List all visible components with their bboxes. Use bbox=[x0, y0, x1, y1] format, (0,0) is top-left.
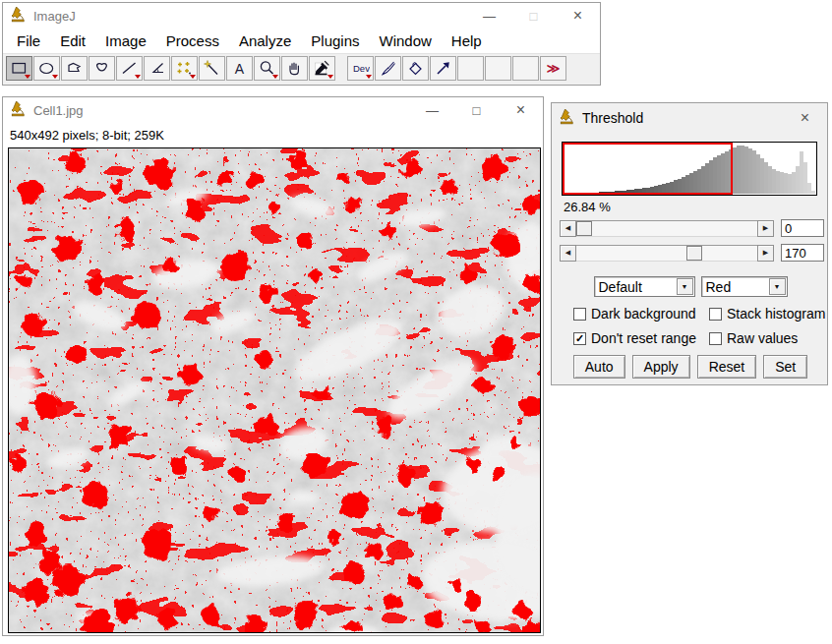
tool-options-triangle-icon bbox=[25, 75, 30, 79]
menu-help[interactable]: Help bbox=[442, 30, 492, 51]
auto-button[interactable]: Auto bbox=[573, 355, 625, 379]
checkbox-unchecked-icon[interactable] bbox=[709, 332, 722, 345]
imagej-titlebar[interactable]: ImageJ — □ × bbox=[3, 3, 600, 29]
reset-button[interactable]: Reset bbox=[697, 355, 757, 379]
dont-reset-range-checkbox[interactable]: ✓Don't reset range bbox=[573, 330, 709, 346]
slider-left-arrow-icon[interactable]: ◀ bbox=[560, 245, 576, 262]
menu-edit[interactable]: Edit bbox=[50, 30, 95, 51]
arrow-tool[interactable] bbox=[430, 56, 456, 81]
zoom-tool[interactable] bbox=[254, 56, 280, 81]
apply-button[interactable]: Apply bbox=[632, 355, 690, 379]
upper-slider-track[interactable] bbox=[576, 245, 757, 262]
close-button[interactable]: × bbox=[556, 3, 600, 29]
lower-slider-thumb[interactable] bbox=[576, 221, 592, 236]
dark-background-checkbox-label: Dark background bbox=[591, 306, 696, 322]
raw-values-checkbox-label: Raw values bbox=[727, 330, 798, 346]
slider-right-arrow-icon[interactable]: ▶ bbox=[757, 220, 774, 237]
svg-text:A: A bbox=[235, 61, 245, 77]
flood-fill-tool[interactable] bbox=[402, 56, 429, 81]
maximize-button[interactable]: □ bbox=[454, 97, 499, 123]
checkbox-unchecked-icon[interactable] bbox=[573, 308, 586, 321]
menu-bar: FileEditImageProcessAnalyzePluginsWindow… bbox=[3, 29, 600, 53]
point-tool[interactable] bbox=[171, 56, 198, 81]
slider-right-arrow-icon[interactable]: ▶ bbox=[757, 245, 774, 262]
image-window-titlebar[interactable]: Cell1.jpg — □ × bbox=[3, 97, 543, 123]
stack-histogram-checkbox-label: Stack histogram bbox=[727, 306, 825, 322]
threshold-method-dropdown[interactable]: Default ▼ bbox=[594, 276, 695, 297]
polygon-tool-icon bbox=[65, 59, 84, 78]
threshold-buttons: AutoApplyResetSet bbox=[552, 355, 829, 379]
svg-text:≫: ≫ bbox=[547, 61, 561, 76]
image-window: Cell1.jpg — □ × 540x492 pixels; 8-bit; 2… bbox=[2, 96, 544, 636]
threshold-percent-label: 26.84 % bbox=[564, 200, 611, 214]
empty-slot-2[interactable] bbox=[485, 56, 511, 81]
imagej-app-icon bbox=[11, 100, 26, 121]
image-status-line: 540x492 pixels; 8-bit; 259K bbox=[3, 123, 543, 146]
raw-values-checkbox[interactable]: Raw values bbox=[709, 330, 825, 346]
desktop: ImageJ — □ × FileEditImageProcessAnalyze… bbox=[0, 0, 832, 644]
stack-histogram-checkbox[interactable]: Stack histogram bbox=[709, 306, 825, 322]
upper-threshold-field[interactable] bbox=[781, 244, 824, 262]
lower-threshold-field[interactable] bbox=[781, 219, 824, 237]
oval-tool[interactable] bbox=[33, 56, 60, 81]
imagej-app-icon bbox=[560, 108, 574, 129]
imagej-window: ImageJ — □ × FileEditImageProcessAnalyze… bbox=[2, 2, 601, 86]
wand-tool-icon bbox=[203, 59, 221, 78]
set-button[interactable]: Set bbox=[763, 355, 807, 379]
menu-analyze[interactable]: Analyze bbox=[229, 30, 301, 51]
line-tool[interactable] bbox=[116, 56, 143, 81]
menu-window[interactable]: Window bbox=[370, 30, 442, 51]
image-canvas[interactable] bbox=[8, 147, 541, 633]
slider-left-arrow-icon[interactable]: ◀ bbox=[560, 220, 576, 237]
menu-file[interactable]: File bbox=[7, 30, 50, 51]
color-picker-tool[interactable] bbox=[309, 56, 335, 81]
empty-slot-1[interactable] bbox=[457, 56, 484, 81]
lower-threshold-slider: ◀ ▶ bbox=[560, 219, 824, 237]
more-tools[interactable]: ≫ bbox=[540, 56, 566, 81]
hand-tool[interactable] bbox=[281, 56, 308, 81]
checkbox-unchecked-icon[interactable] bbox=[709, 308, 722, 321]
empty-slot-2-icon bbox=[489, 59, 507, 78]
close-button[interactable]: × bbox=[783, 103, 827, 133]
angle-tool-icon bbox=[148, 59, 166, 78]
menu-process[interactable]: Process bbox=[156, 30, 229, 51]
toolbar: ADev≫ bbox=[3, 53, 600, 85]
more-tools-icon: ≫ bbox=[544, 59, 563, 78]
close-button[interactable]: × bbox=[499, 97, 543, 123]
menu-image[interactable]: Image bbox=[95, 30, 156, 51]
menu-plugins[interactable]: Plugins bbox=[301, 30, 369, 51]
empty-slot-3-icon bbox=[516, 59, 535, 78]
threshold-histogram bbox=[562, 142, 817, 196]
dark-background-checkbox[interactable]: Dark background bbox=[573, 306, 709, 322]
freehand-tool[interactable] bbox=[89, 56, 115, 81]
paintbrush-tool[interactable] bbox=[375, 56, 401, 81]
lower-slider-track[interactable] bbox=[576, 220, 757, 237]
checkbox-checked-icon[interactable]: ✓ bbox=[573, 332, 586, 345]
hand-tool-icon bbox=[285, 59, 304, 78]
empty-slot-1-icon bbox=[461, 59, 480, 78]
paintbrush-tool-icon bbox=[379, 59, 397, 78]
angle-tool[interactable] bbox=[144, 56, 170, 81]
tool-options-triangle-icon bbox=[327, 75, 333, 79]
minimize-button[interactable]: — bbox=[467, 3, 511, 29]
tool-options-triangle-icon bbox=[52, 75, 58, 79]
dev-tool[interactable]: Dev bbox=[347, 56, 374, 81]
text-tool[interactable]: A bbox=[226, 56, 253, 81]
chevron-down-icon[interactable]: ▼ bbox=[677, 278, 693, 295]
empty-slot-3[interactable] bbox=[512, 56, 539, 81]
display-mode-dropdown[interactable]: Red ▼ bbox=[701, 276, 788, 297]
imagej-window-title: ImageJ bbox=[33, 9, 76, 24]
rectangle-tool[interactable] bbox=[6, 56, 32, 81]
maximize-button: □ bbox=[511, 3, 556, 29]
histogram-plot bbox=[563, 143, 816, 195]
freehand-tool-icon bbox=[92, 59, 111, 78]
tool-options-triangle-icon bbox=[135, 75, 141, 79]
upper-slider-thumb[interactable] bbox=[686, 246, 702, 261]
polygon-tool[interactable] bbox=[61, 56, 88, 81]
wand-tool[interactable] bbox=[199, 56, 225, 81]
threshold-titlebar[interactable]: Threshold × bbox=[552, 103, 827, 133]
chevron-down-icon[interactable]: ▼ bbox=[769, 278, 786, 295]
display-mode-value: Red bbox=[702, 279, 769, 295]
minimize-button[interactable]: — bbox=[410, 97, 454, 123]
threshold-window: Threshold × 26.84 % ◀ ▶ ◀ ▶ bbox=[551, 102, 828, 385]
